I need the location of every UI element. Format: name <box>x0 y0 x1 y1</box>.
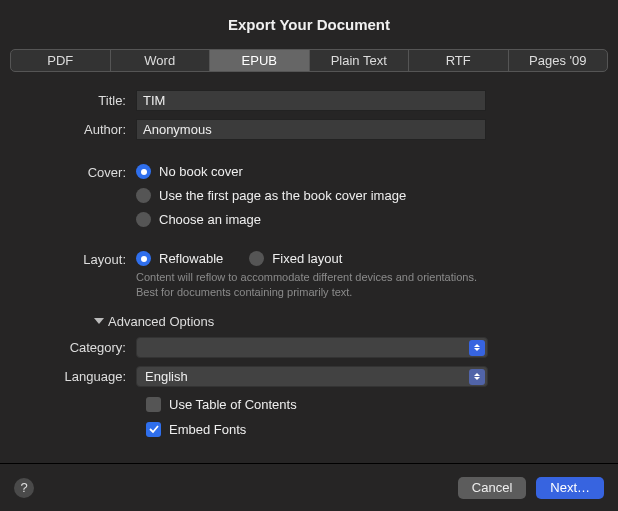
embed-fonts-label: Embed Fonts <box>169 422 246 437</box>
layout-option-reflowable[interactable]: Reflowable <box>136 251 223 266</box>
author-input[interactable] <box>136 119 486 140</box>
next-button[interactable]: Next… <box>536 477 604 499</box>
category-select[interactable] <box>136 337 488 358</box>
format-tabs: PDF Word EPUB Plain Text RTF Pages '09 <box>10 49 608 72</box>
use-toc-label: Use Table of Contents <box>169 397 297 412</box>
dialog-footer: ? Cancel Next… <box>0 463 618 511</box>
radio-icon <box>136 212 151 227</box>
language-label: Language: <box>36 366 136 384</box>
cover-choose-text: Choose an image <box>159 212 261 227</box>
cover-label: Cover: <box>36 162 136 180</box>
category-label: Category: <box>36 337 136 355</box>
tab-pages09[interactable]: Pages '09 <box>509 50 608 71</box>
cancel-button[interactable]: Cancel <box>458 477 526 499</box>
help-button[interactable]: ? <box>14 478 34 498</box>
dialog-title: Export Your Document <box>0 0 618 49</box>
layout-label: Layout: <box>36 249 136 267</box>
updown-icon <box>469 340 485 356</box>
language-value: English <box>145 369 188 384</box>
tab-rtf[interactable]: RTF <box>409 50 509 71</box>
title-input[interactable] <box>136 90 486 111</box>
radio-icon <box>136 251 151 266</box>
title-label: Title: <box>36 90 136 108</box>
layout-reflowable-text: Reflowable <box>159 251 223 266</box>
updown-icon <box>469 369 485 385</box>
checkbox-icon <box>146 422 161 437</box>
tab-pdf[interactable]: PDF <box>11 50 111 71</box>
language-select[interactable]: English <box>136 366 488 387</box>
tab-plain-text[interactable]: Plain Text <box>310 50 410 71</box>
cover-option-first-page[interactable]: Use the first page as the book cover ima… <box>136 188 582 203</box>
embed-fonts-checkbox[interactable]: Embed Fonts <box>146 422 582 437</box>
tab-epub[interactable]: EPUB <box>210 50 310 71</box>
layout-hint: Content will reflow to accommodate diffe… <box>136 270 496 300</box>
radio-icon <box>136 188 151 203</box>
layout-option-fixed[interactable]: Fixed layout <box>249 251 342 266</box>
cover-none-text: No book cover <box>159 164 243 179</box>
cover-option-choose[interactable]: Choose an image <box>136 212 582 227</box>
advanced-options-toggle[interactable]: Advanced Options <box>94 314 582 329</box>
radio-icon <box>249 251 264 266</box>
checkbox-icon <box>146 397 161 412</box>
radio-icon <box>136 164 151 179</box>
use-toc-checkbox[interactable]: Use Table of Contents <box>146 397 582 412</box>
author-label: Author: <box>36 119 136 137</box>
advanced-options-label: Advanced Options <box>108 314 214 329</box>
tab-word[interactable]: Word <box>111 50 211 71</box>
layout-fixed-text: Fixed layout <box>272 251 342 266</box>
cover-first-page-text: Use the first page as the book cover ima… <box>159 188 406 203</box>
cover-option-none[interactable]: No book cover <box>136 164 582 179</box>
chevron-down-icon <box>94 318 104 324</box>
